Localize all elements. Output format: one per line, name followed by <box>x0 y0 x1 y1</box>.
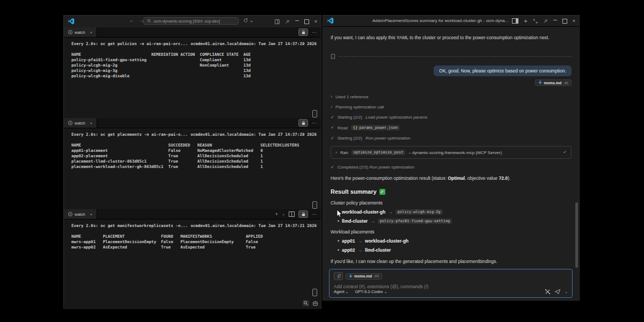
screen-lock-button[interactable] <box>298 119 308 127</box>
send-dropdown-icon[interactable]: ⌄ <box>565 290 568 294</box>
workload-section-label: Workload placements <box>331 229 572 235</box>
terminal-tabstrip: watch × ··· <box>64 118 321 128</box>
terminal-panel-manifestworks: watch × + ⌄ ··· Every 2.0s: oc get manif… <box>64 209 321 309</box>
chevron-right-icon: › <box>331 105 332 109</box>
nav-back-icon[interactable]: ← <box>129 17 135 23</box>
file-chip[interactable]: {}params_power.json <box>351 125 400 130</box>
progress-item[interactable]: ✓Read {}params_power.json <box>331 125 572 130</box>
close-tab-icon[interactable]: × <box>90 30 93 35</box>
policy-chip[interactable]: policy-wlcgh-mig-2g <box>396 209 443 215</box>
attachment-badge[interactable]: memo.md:49 <box>535 79 572 86</box>
send-icon[interactable] <box>554 289 561 295</box>
watch-task-icon <box>68 30 72 34</box>
tool-call-server: – dynamic-scoring-framework-mcp (MCP Ser… <box>408 150 502 155</box>
customize-layout-icon[interactable] <box>275 19 280 24</box>
terminal-tab-watch[interactable]: watch × <box>64 27 97 37</box>
markdown-file-icon <box>349 274 353 279</box>
left-titlebar[interactable]: ← → ocm-dynamic-scoring [SSH: ocp-dev] ⌄… <box>64 16 321 28</box>
split-terminal-icon[interactable] <box>289 211 295 217</box>
new-chat-icon[interactable]: + <box>524 18 527 24</box>
app-name: app01 <box>342 238 355 244</box>
watch-host-time: ocmdev01.airan.localdomain: Tue Jan 27 1… <box>191 41 317 47</box>
bullet-icon: • <box>338 218 339 224</box>
progress-label: Read <box>338 126 348 130</box>
layout-refresh-icon[interactable] <box>243 18 248 23</box>
assistant-message: If you want, I can also apply this YAML … <box>331 35 572 41</box>
app-name: app02 <box>342 247 355 253</box>
json-icon: {} <box>353 126 357 130</box>
chat-input-box[interactable]: memo.md:49 Add context (#), extensions (… <box>329 269 573 298</box>
tool-call-label: Ran <box>340 150 348 155</box>
closing-message: If you'd like, I can now clean up the ge… <box>331 259 572 265</box>
success-check-icon: ✓ <box>563 150 567 155</box>
close-window-icon[interactable]: × <box>573 19 575 24</box>
terminal-tab-watch[interactable]: watch × <box>64 118 97 128</box>
more-actions-icon[interactable]: ··· <box>312 30 317 35</box>
screen-lock-button[interactable] <box>298 210 308 218</box>
screencast-robot-icon[interactable] <box>312 301 318 306</box>
pin-icon[interactable] <box>285 19 290 24</box>
progress-detail: Run power optimization <box>365 136 411 141</box>
more-actions-icon[interactable]: ··· <box>312 120 317 126</box>
vscode-logo-icon <box>68 18 75 25</box>
panel-handle-icon[interactable] <box>312 289 317 296</box>
command-center-search[interactable]: ocm-dynamic-scoring [SSH: ocp-dev] <box>143 17 239 25</box>
result-line: Here's the power-consumption optimizatio… <box>331 175 572 181</box>
attach-context-button[interactable] <box>334 272 343 280</box>
file-chip-label: params_power.json <box>359 126 398 130</box>
arrow-right-icon: → <box>370 218 375 224</box>
terminal-tab-watch[interactable]: watch × <box>64 209 97 219</box>
model-dropdown[interactable]: GPT-5.2-Codex ⌄ <box>355 289 387 294</box>
progress-item-completed: ✓ Completed (2/2) Run power optimization <box>331 165 572 170</box>
user-message-bubble: OK, good. Now, please optimize based on … <box>434 65 572 76</box>
bookmark-icon[interactable] <box>331 54 335 60</box>
chevron-right-icon: › <box>335 150 337 155</box>
expand-icon[interactable] <box>533 19 538 24</box>
mode-dropdown[interactable]: Agent ⌄ <box>334 289 348 294</box>
close-tab-icon[interactable]: × <box>90 121 93 126</box>
watch-command: Every 2.0s: oc get policies -n ai-ran-pa… <box>71 41 188 47</box>
close-window-icon[interactable]: × <box>314 19 317 24</box>
chevron-down-icon[interactable]: ⌄ <box>250 18 254 23</box>
progress-item[interactable]: ✓Starting (2/2) Run power optimization <box>331 136 572 141</box>
cluster-name: llmd-cluster <box>342 218 368 224</box>
policy-chip[interactable]: policy-pfai01-fixed-gpu-setting <box>378 218 452 224</box>
progress-item[interactable]: ›Planning optimization call <box>331 105 572 109</box>
chevron-down-icon: ⌄ <box>384 290 387 294</box>
search-icon <box>147 19 151 23</box>
completed-label: Completed (2/2) <box>338 165 368 170</box>
check-icon: ✓ <box>331 115 334 120</box>
more-actions-icon[interactable]: ··· <box>312 211 317 217</box>
tool-call-row[interactable]: › Ran optimize_optimize_post – dynamic-s… <box>331 146 572 159</box>
pin-icon[interactable] <box>543 19 548 24</box>
terminal-output[interactable]: Every 2.0s: oc get manifestworkreplicase… <box>64 219 321 250</box>
maximize-icon[interactable] <box>304 19 309 24</box>
chat-scrollbar[interactable] <box>575 202 578 268</box>
progress-item[interactable]: ›Used 1 reference <box>331 94 572 99</box>
cluster-section-label: Cluster policy placements <box>331 200 572 206</box>
zoom-out-icon[interactable] <box>303 300 309 306</box>
bullet-icon: • <box>338 238 339 244</box>
new-terminal-dropdown-icon[interactable]: ⌄ <box>282 212 285 216</box>
attachment-file: memo.md <box>544 81 561 85</box>
right-titlebar[interactable]: AddonPlacementScores summary for workloa… <box>323 16 579 27</box>
minimize-icon[interactable] <box>553 20 557 21</box>
check-icon: ✓ <box>331 165 334 170</box>
watch-command: Every 2.0s: oc get manifestworkreplicase… <box>71 223 188 229</box>
panel-handle-icon[interactable] <box>312 201 317 209</box>
terminal-output[interactable]: Every 2.0s: oc get policies -n ai-ran-pa… <box>64 38 321 79</box>
panel-handle-icon[interactable] <box>312 110 317 118</box>
terminal-output[interactable]: Every 2.0s: oc get placements -n ai-ran-… <box>64 128 321 170</box>
close-tab-icon[interactable]: × <box>90 212 93 217</box>
configure-tools-icon[interactable] <box>545 289 551 295</box>
check-emoji-icon: ✓ <box>379 189 385 195</box>
minimize-icon[interactable] <box>295 20 299 21</box>
terminal-tabstrip: watch × ··· <box>64 27 321 38</box>
input-attachment-chip[interactable]: memo.md:49 <box>346 273 382 280</box>
maximize-icon[interactable] <box>562 19 567 24</box>
screen-lock-button[interactable] <box>298 28 308 36</box>
progress-item[interactable]: ✓Starting (1/2) Load power optimization … <box>331 115 572 120</box>
secondary-sidebar-icon[interactable] <box>512 18 518 24</box>
check-icon: ✓ <box>331 126 334 130</box>
new-terminal-icon[interactable]: + <box>275 211 278 217</box>
